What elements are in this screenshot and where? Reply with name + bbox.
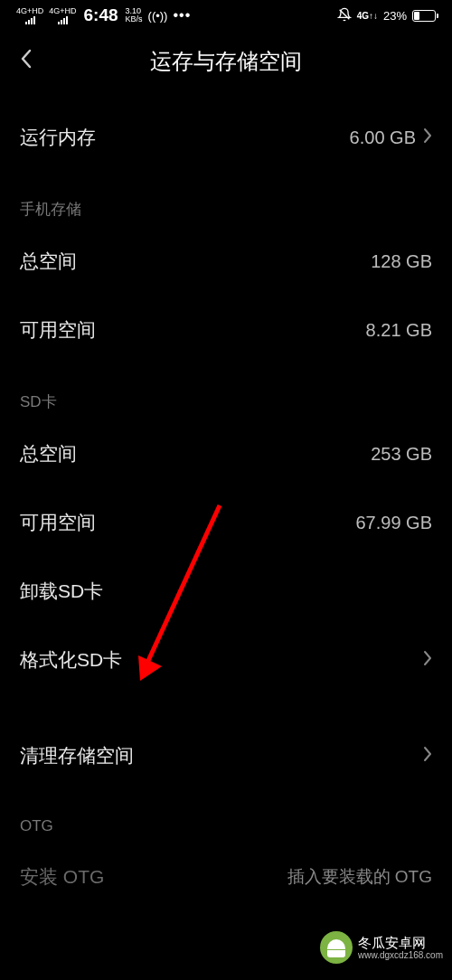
chevron-right-icon	[423, 650, 432, 671]
page-title: 运存与存储空间	[16, 47, 436, 76]
more-icon: •••	[173, 7, 191, 24]
back-button[interactable]	[20, 48, 33, 76]
sd-unmount-label: 卸载SD卡	[20, 579, 103, 604]
section-sd-card: SD卡	[0, 364, 452, 419]
sd-total-value: 253 GB	[371, 444, 432, 465]
sd-unmount-row[interactable]: 卸载SD卡	[0, 557, 452, 626]
net-speed: 3.10 KB/s	[126, 7, 143, 24]
network-type-icon: 4G↑↓	[357, 11, 378, 21]
signal-1: 4G+HD	[16, 7, 43, 24]
status-left: 4G+HD 4G+HD 6:48 3.10 KB/s ((•)) •••	[16, 5, 191, 25]
phone-avail-row[interactable]: 可用空间 8.21 GB	[0, 296, 452, 364]
section-otg: OTG	[0, 790, 452, 843]
ram-row[interactable]: 运行内存 6.00 GB	[0, 103, 452, 172]
phone-total-value: 128 GB	[371, 251, 432, 272]
ram-label: 运行内存	[20, 125, 96, 150]
sd-total-label: 总空间	[20, 441, 77, 466]
chevron-right-icon	[423, 127, 432, 148]
android-icon	[320, 931, 353, 964]
header: 运存与存储空间	[0, 29, 452, 103]
clean-storage-label: 清理存储空间	[20, 743, 134, 768]
sd-avail-row[interactable]: 可用空间 67.99 GB	[0, 488, 452, 557]
sd-avail-label: 可用空间	[20, 510, 96, 535]
signal-2: 4G+HD	[49, 7, 76, 24]
phone-total-row[interactable]: 总空间 128 GB	[0, 227, 452, 296]
sd-avail-value: 67.99 GB	[355, 513, 432, 533]
otg-install-row: 安装 OTG 插入要装载的 OTG	[0, 843, 452, 911]
otg-hint: 插入要装载的 OTG	[287, 865, 432, 889]
watermark-url: www.dgxcdz168.com	[358, 950, 443, 961]
chevron-left-icon	[20, 48, 33, 70]
signal-2-label: 4G+HD	[49, 7, 76, 15]
hotspot-icon: ((•))	[148, 9, 168, 23]
chevron-right-icon	[423, 746, 432, 767]
speed-unit: KB/s	[126, 15, 143, 24]
clean-storage-row[interactable]: 清理存储空间	[0, 721, 452, 790]
sd-format-row[interactable]: 格式化SD卡	[0, 626, 452, 694]
phone-avail-label: 可用空间	[20, 317, 96, 343]
section-phone-storage: 手机存储	[0, 172, 452, 227]
watermark: 冬瓜安卓网 www.dgxcdz168.com	[320, 931, 443, 964]
status-right: 4G↑↓ 23%	[337, 7, 436, 24]
phone-avail-value: 8.21 GB	[366, 320, 432, 341]
battery-percent: 23%	[383, 9, 407, 23]
signal-bars-icon	[58, 15, 68, 24]
phone-total-label: 总空间	[20, 249, 77, 274]
sd-total-row[interactable]: 总空间 253 GB	[0, 419, 452, 488]
status-bar: 4G+HD 4G+HD 6:48 3.10 KB/s ((•)) ••• 4G↑…	[0, 0, 452, 29]
signal-1-label: 4G+HD	[16, 7, 43, 15]
watermark-title: 冬瓜安卓网	[358, 935, 443, 950]
signal-bars-icon	[25, 15, 35, 24]
ram-value: 6.00 GB	[350, 127, 416, 148]
battery-icon	[412, 10, 436, 22]
otg-install-label: 安装 OTG	[20, 864, 104, 890]
bell-off-icon	[337, 7, 352, 24]
sd-format-label: 格式化SD卡	[20, 647, 122, 673]
clock: 6:48	[84, 5, 118, 25]
